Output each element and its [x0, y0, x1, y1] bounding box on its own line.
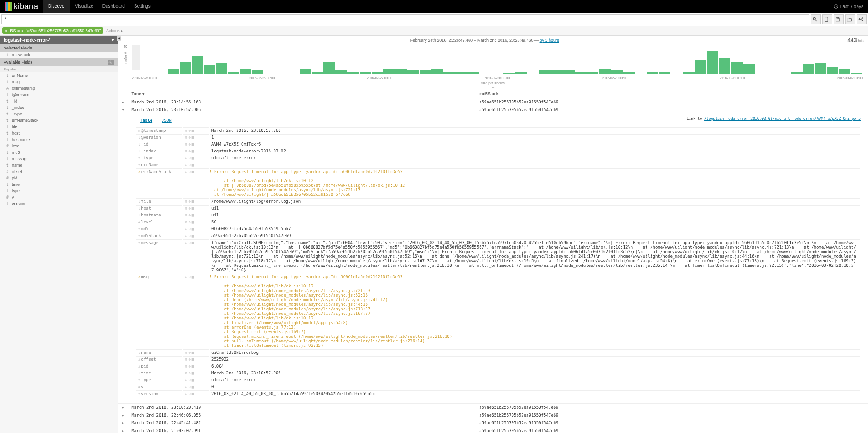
- field-pid[interactable]: #pid: [0, 175, 118, 181]
- filter-for-icon[interactable]: ⊕: [185, 275, 187, 279]
- filter-out-icon[interactable]: ⊖: [188, 135, 190, 140]
- filter-out-icon[interactable]: ⊖: [188, 350, 190, 355]
- chart-bar[interactable]: [168, 69, 179, 74]
- filter-for-icon[interactable]: ⊕: [185, 233, 187, 238]
- chart-bar[interactable]: [216, 63, 227, 74]
- field-file[interactable]: tfile: [0, 124, 118, 130]
- chart-bar[interactable]: [323, 62, 335, 74]
- expand-toggle[interactable]: ▸: [118, 404, 128, 411]
- filter-for-icon[interactable]: ⊕: [185, 169, 187, 174]
- chart-bar[interactable]: [228, 72, 239, 74]
- filter-out-icon[interactable]: ⊖: [188, 371, 190, 375]
- filter-out-icon[interactable]: ⊖: [188, 220, 190, 224]
- chart-bar[interactable]: [539, 70, 550, 74]
- filter-for-icon[interactable]: ⊕: [185, 149, 187, 153]
- chart-bar[interactable]: [467, 72, 479, 74]
- chart-bar[interactable]: [431, 69, 443, 74]
- chart-bar[interactable]: [312, 72, 323, 74]
- field-md5[interactable]: tmd5: [0, 149, 118, 156]
- field-level[interactable]: #level: [0, 143, 118, 149]
- filter-out-icon[interactable]: ⊖: [188, 391, 190, 396]
- chart-bar[interactable]: [695, 60, 706, 74]
- chart-bar[interactable]: [803, 64, 814, 74]
- detail-tab-table[interactable]: Table: [135, 117, 157, 124]
- filter-out-icon[interactable]: ⊖: [188, 378, 190, 382]
- table-row[interactable]: ▸March 2nd 2016, 22:45:41.482a59ae651b25…: [118, 419, 868, 427]
- field-errNameStack[interactable]: terrNameStack: [0, 117, 118, 124]
- toggle-column-icon[interactable]: ▦: [192, 199, 194, 204]
- expand-toggle[interactable]: ▸: [118, 98, 128, 106]
- filter-for-icon[interactable]: ⊕: [185, 364, 187, 368]
- field-version[interactable]: tversion: [0, 200, 118, 207]
- field-errName[interactable]: terrName: [0, 72, 118, 79]
- toggle-column-icon[interactable]: ▦: [192, 156, 194, 160]
- chart-bar[interactable]: [420, 70, 431, 74]
- filter-for-icon[interactable]: ⊕: [185, 156, 187, 160]
- filter-pill[interactable]: md5Stack: "a59ae651b256705b52ea91550f547…: [2, 27, 103, 34]
- chart-bar[interactable]: [563, 70, 575, 74]
- chart-bar[interactable]: [515, 72, 527, 74]
- toggle-column-icon[interactable]: ▦: [192, 128, 194, 133]
- filter-out-icon[interactable]: ⊖: [188, 156, 190, 160]
- nav-settings[interactable]: Settings: [129, 0, 155, 13]
- toggle-column-icon[interactable]: ▦: [192, 206, 194, 211]
- chart-bar[interactable]: [683, 72, 695, 74]
- toggle-column-icon[interactable]: ▦: [192, 371, 194, 375]
- filter-for-icon[interactable]: ⊕: [185, 384, 187, 389]
- toggle-column-icon[interactable]: ▦: [192, 391, 194, 396]
- filter-for-icon[interactable]: ⊕: [185, 162, 187, 167]
- chart-bar[interactable]: [383, 69, 395, 74]
- search-button[interactable]: [811, 14, 821, 24]
- chart-bar[interactable]: [407, 70, 419, 74]
- chart-bar[interactable]: [731, 62, 742, 74]
- field-@timestamp[interactable]: ◷@timestamp: [0, 85, 118, 92]
- kibana-logo[interactable]: kibana: [5, 2, 38, 11]
- field-type[interactable]: ttype: [0, 188, 118, 194]
- toggle-column-icon[interactable]: ▦: [192, 275, 194, 279]
- chart-collapse[interactable]: ︿: [118, 85, 868, 90]
- filter-for-icon[interactable]: ⊕: [185, 142, 187, 146]
- chart-bar[interactable]: [443, 72, 455, 74]
- chart-bar[interactable]: [347, 72, 359, 74]
- filter-out-icon[interactable]: ⊖: [188, 227, 190, 231]
- chart-bar[interactable]: [599, 69, 610, 74]
- chart-bar[interactable]: [719, 58, 730, 74]
- toggle-column-icon[interactable]: ▦: [192, 135, 194, 140]
- field-v[interactable]: #v: [0, 194, 118, 200]
- nav-discover[interactable]: Discover: [43, 0, 70, 13]
- filter-out-icon[interactable]: ⊖: [188, 233, 190, 238]
- field-msg[interactable]: tmsg: [0, 79, 118, 85]
- table-row[interactable]: ▸March 2nd 2016, 23:10:20.419a59ae651b25…: [118, 404, 868, 411]
- filter-out-icon[interactable]: ⊖: [188, 357, 190, 362]
- chart-bar[interactable]: [815, 63, 826, 74]
- chart-bar[interactable]: [360, 72, 371, 74]
- toggle-column-icon[interactable]: ▦: [192, 142, 194, 146]
- share-button[interactable]: [857, 14, 867, 24]
- filter-out-icon[interactable]: ⊖: [188, 199, 190, 204]
- filter-for-icon[interactable]: ⊕: [185, 199, 187, 204]
- chart-bar[interactable]: [395, 69, 407, 74]
- nav-visualize[interactable]: Visualize: [70, 0, 98, 13]
- field-_type[interactable]: t_type: [0, 111, 118, 117]
- table-row[interactable]: ▸March 2nd 2016, 22:46:06.056a59ae651b25…: [118, 411, 868, 419]
- time-range-interval[interactable]: by 3 hours: [540, 38, 559, 43]
- save-button[interactable]: [834, 14, 844, 24]
- toggle-column-icon[interactable]: ▦: [192, 162, 194, 167]
- chart-bar[interactable]: [839, 69, 850, 74]
- toggle-column-icon[interactable]: ▦: [192, 169, 194, 174]
- filter-out-icon[interactable]: ⊖: [188, 162, 190, 167]
- filter-out-icon[interactable]: ⊖: [188, 384, 190, 389]
- expand-toggle[interactable]: ▸: [118, 411, 128, 419]
- chart-bar[interactable]: [623, 72, 635, 74]
- open-button[interactable]: [845, 14, 855, 24]
- toggle-column-icon[interactable]: ▦: [192, 213, 194, 217]
- chart-bar[interactable]: [827, 67, 838, 74]
- field-host[interactable]: thost: [0, 130, 118, 136]
- filter-for-icon[interactable]: ⊕: [185, 350, 187, 355]
- filter-for-icon[interactable]: ⊕: [185, 213, 187, 217]
- table-row[interactable]: ▸March 2nd 2016, 23:14:55.168a59ae651b25…: [118, 98, 868, 106]
- toggle-column-icon[interactable]: ▦: [192, 149, 194, 153]
- chart-bar[interactable]: [372, 72, 383, 74]
- filter-out-icon[interactable]: ⊖: [188, 275, 190, 279]
- toggle-column-icon[interactable]: ▦: [192, 357, 194, 362]
